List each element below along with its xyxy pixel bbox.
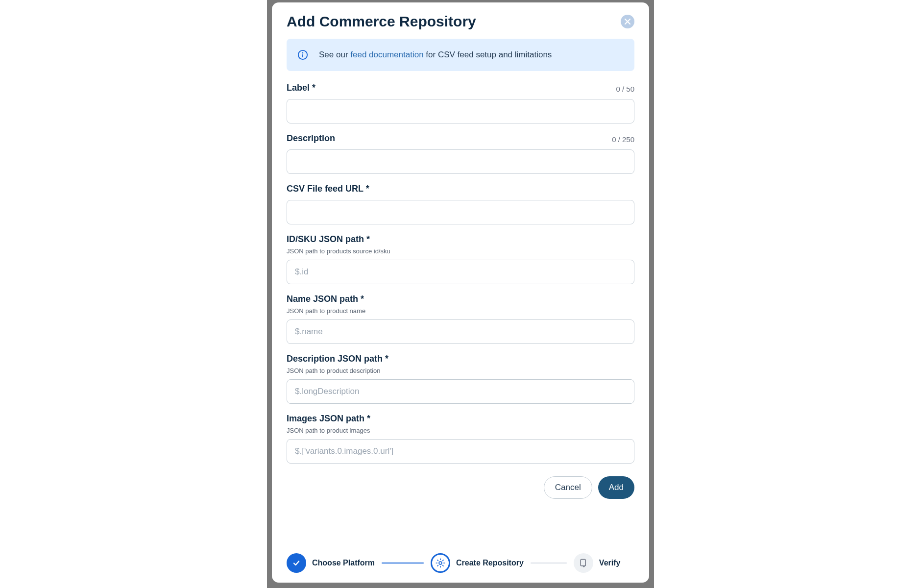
- name-field-help: JSON path to product name: [287, 307, 634, 315]
- info-text: See our feed documentation for CSV feed …: [319, 50, 552, 60]
- document-check-icon: [579, 558, 588, 568]
- svg-rect-4: [581, 560, 585, 566]
- desc-path-field-label: Description JSON path *: [287, 354, 388, 364]
- modal-title: Add Commerce Repository: [287, 13, 476, 30]
- gear-icon: [435, 558, 446, 568]
- step-create-repository-label: Create Repository: [456, 559, 524, 567]
- close-icon: [624, 18, 631, 25]
- id-sku-field-label: ID/SKU JSON path *: [287, 234, 370, 245]
- step-create-repository: Create Repository: [431, 553, 524, 573]
- field-description: Description 0 / 250: [287, 133, 634, 174]
- label-input[interactable]: [287, 99, 634, 123]
- step-connector-1: [382, 563, 424, 564]
- images-input[interactable]: [287, 439, 634, 464]
- info-icon: [297, 49, 308, 60]
- csv-url-field-label: CSV File feed URL *: [287, 184, 369, 194]
- desc-path-input[interactable]: [287, 379, 634, 404]
- id-sku-input[interactable]: [287, 260, 634, 284]
- label-field-counter: 0 / 50: [616, 85, 634, 93]
- info-text-prefix: See our: [319, 50, 350, 59]
- svg-rect-2: [302, 54, 303, 57]
- field-images-path: Images JSON path * JSON path to product …: [287, 414, 634, 464]
- field-desc-path: Description JSON path * JSON path to pro…: [287, 354, 634, 404]
- modal-header: Add Commerce Repository: [287, 13, 634, 30]
- id-sku-field-help: JSON path to products source id/sku: [287, 247, 634, 255]
- add-commerce-repository-modal: Add Commerce Repository See our feed doc…: [272, 2, 649, 583]
- modal-actions: Cancel Add: [287, 476, 634, 499]
- svg-point-1: [302, 52, 304, 54]
- info-text-suffix: for CSV feed setup and limitations: [424, 50, 552, 59]
- step-create-repository-circle: [431, 553, 450, 573]
- desc-path-field-help: JSON path to product description: [287, 367, 634, 374]
- field-name-path: Name JSON path * JSON path to product na…: [287, 294, 634, 344]
- label-field-label: Label *: [287, 83, 315, 93]
- feed-documentation-link[interactable]: feed documentation: [350, 50, 423, 59]
- step-choose-platform-label: Choose Platform: [312, 559, 375, 567]
- name-field-label: Name JSON path *: [287, 294, 364, 304]
- info-banner: See our feed documentation for CSV feed …: [287, 39, 634, 71]
- stepper: Choose Platform Create Repository: [287, 553, 634, 573]
- field-csv-url: CSV File feed URL *: [287, 184, 634, 224]
- step-verify-circle: [574, 553, 593, 573]
- add-button[interactable]: Add: [598, 476, 634, 499]
- description-input[interactable]: [287, 149, 634, 174]
- close-button[interactable]: [621, 15, 634, 28]
- step-choose-platform-circle: [287, 553, 306, 573]
- name-input[interactable]: [287, 319, 634, 344]
- csv-url-input[interactable]: [287, 200, 634, 224]
- description-field-label: Description: [287, 133, 335, 144]
- step-verify-label: Verify: [599, 559, 621, 567]
- check-icon: [292, 559, 301, 567]
- description-field-counter: 0 / 250: [612, 135, 634, 144]
- svg-point-3: [439, 562, 442, 564]
- images-field-help: JSON path to product images: [287, 427, 634, 434]
- field-label: Label * 0 / 50: [287, 83, 634, 123]
- step-connector-2: [531, 563, 567, 564]
- images-field-label: Images JSON path *: [287, 414, 370, 424]
- cancel-button[interactable]: Cancel: [544, 476, 592, 499]
- step-choose-platform: Choose Platform: [287, 553, 375, 573]
- field-id-sku-path: ID/SKU JSON path * JSON path to products…: [287, 234, 634, 284]
- step-verify: Verify: [574, 553, 621, 573]
